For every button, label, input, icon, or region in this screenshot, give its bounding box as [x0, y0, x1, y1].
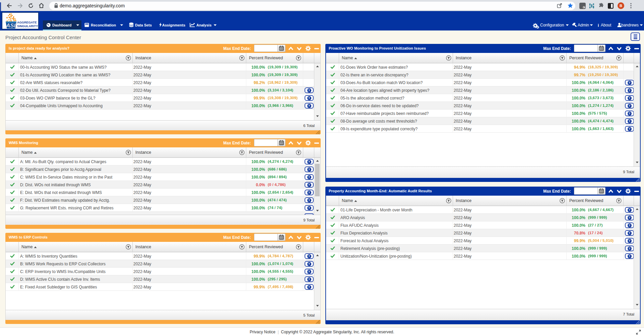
svg-text:AGGREGATE: AGGREGATE — [17, 21, 37, 24]
svg-text:ASI: ASI — [6, 22, 16, 29]
svg-text:SINGULARITY: SINGULARITY — [17, 24, 38, 28]
